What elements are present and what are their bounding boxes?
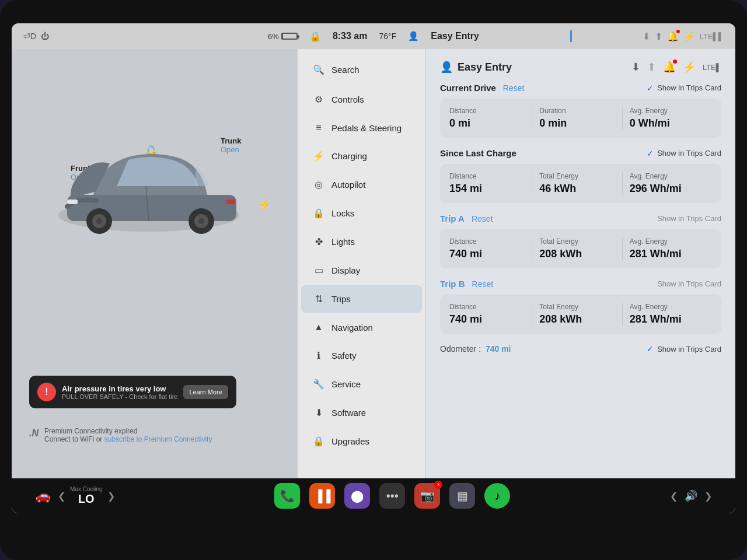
profile-name: Easy Entry [458, 61, 512, 74]
charge-icon: ⚡ [258, 198, 271, 211]
current-drive-energy: Avg. Energy 0 Wh/mi [623, 107, 712, 130]
phone-button[interactable]: 📞 [274, 483, 300, 509]
svg-rect-10 [226, 200, 235, 204]
header-upload-icon[interactable]: ⬆ [647, 61, 656, 74]
car-icon[interactable]: 🚗 [35, 488, 51, 503]
controls-icon: ⚙ [313, 94, 324, 105]
taskbar-left: 🚗 ❮ Max Cooling LO ❯ [35, 486, 115, 506]
duration-label: Duration [539, 107, 615, 115]
screen: ⏎D ⏻ 6% 🔒 8:33 am 76°F 👤 Easy Entry ⬇ [12, 23, 735, 513]
connectivity-text: Premium Connectivity expired Connect to … [44, 427, 212, 443]
trip-b-section: Trip B Reset Show in Trips Card Distance… [440, 279, 721, 334]
odometer-text: Odometer : 740 mi [440, 344, 511, 354]
alert-title: Air pressure in tires very low [62, 384, 177, 393]
trip-b-show-trips: Show in Trips Card [657, 279, 721, 288]
menu-item-controls[interactable]: ⚙ Controls [301, 86, 422, 113]
current-drive-card: Distance 0 mi Duration 0 min Avg. Energy… [440, 99, 721, 138]
trip-a-energy-value: 208 kWh [539, 248, 615, 260]
svg-point-5 [96, 218, 102, 224]
odometer-check: ✓ [647, 344, 654, 354]
menu-item-safety[interactable]: ℹ Safety [301, 342, 422, 369]
since-last-charge-header: Since Last Charge ✓ Show in Trips Card [440, 148, 721, 158]
learn-more-button[interactable]: Learn More [183, 385, 228, 399]
header-bell-icon[interactable]: 🔔 [663, 61, 676, 74]
trip-a-distance-value: 740 mi [449, 248, 525, 260]
status-center: 6% 🔒 8:33 am 76°F 👤 Easy Entry [268, 31, 479, 42]
menu-item-lights[interactable]: ✤ Lights [301, 228, 422, 256]
more-button[interactable]: ••• [379, 483, 405, 509]
header-bluetooth-icon[interactable]: ⚡ [683, 61, 696, 74]
current-drive-show-trips: ✓ Show in Trips Card [647, 83, 721, 93]
audio-button[interactable]: ▐▐ [309, 483, 335, 509]
menu-item-autopilot[interactable]: ◎ Autopilot [301, 171, 422, 198]
menu-item-pedals[interactable]: ≡ Pedals & Steering [301, 114, 422, 141]
display-icon: ▭ [313, 265, 324, 276]
trip-b-card: Distance 740 mi Total Energy 208 kWh Avg… [440, 295, 721, 334]
current-drive-duration: Duration 0 min [532, 107, 622, 130]
since-last-charge-show-label: Show in Trips Card [657, 149, 721, 158]
slc-avg-label: Avg. Energy [630, 172, 705, 180]
search-icon: 🔍 [313, 64, 324, 75]
taskbar-right: ❮ 🔊 ❯ [670, 489, 712, 502]
alert-text: Air pressure in tires very low PULL OVER… [62, 384, 177, 400]
temp-decrease-btn[interactable]: ❮ [58, 491, 65, 502]
slc-energy-label: Total Energy [539, 172, 615, 180]
trip-b-reset[interactable]: Reset [472, 279, 494, 289]
menu-item-locks[interactable]: 🔒 Locks [301, 200, 422, 227]
current-drive-check: ✓ [647, 83, 654, 93]
car-svg [47, 119, 257, 247]
files-button[interactable]: ▦ [449, 483, 475, 509]
car-visualization [47, 119, 257, 250]
current-drive-title: Current Drive [440, 83, 496, 93]
distance-label: Distance [449, 107, 525, 115]
svg-point-8 [198, 218, 204, 224]
connectivity-link[interactable]: subscribe to Premium Connectivity [104, 435, 212, 443]
connectivity-notice: .N Premium Connectivity expired Connect … [29, 427, 212, 443]
left-panel: Frunk Open Trunk Open 🔓 ⚡ [12, 49, 298, 478]
slc-avg-energy: Avg. Energy 296 Wh/mi [623, 172, 712, 195]
vol-prev-btn[interactable]: ❮ [670, 491, 678, 502]
menu-item-software[interactable]: ⬇ Software [301, 399, 422, 426]
autopilot-icon: ◎ [313, 179, 324, 190]
menu-item-service[interactable]: 🔧 Service [301, 370, 422, 398]
menu-item-upgrades[interactable]: 🔒 Upgrades [301, 428, 422, 455]
profile-title: 👤 Easy Entry [440, 61, 512, 74]
trip-a-reset[interactable]: Reset [472, 214, 493, 223]
dashcam-button[interactable]: 📷 × [414, 483, 440, 509]
current-drive-header: Current Drive Reset ✓ Show in Trips Card [440, 83, 721, 93]
spotify-button[interactable]: ♪ [484, 483, 510, 509]
connectivity-subtitle: Connect to WiFi or [44, 435, 102, 443]
temp-increase-btn[interactable]: ❯ [107, 491, 115, 502]
upload-icon: ⬆ [655, 31, 662, 42]
vol-next-btn[interactable]: ❯ [704, 491, 712, 502]
trip-b-show-label: Show in Trips Card [657, 279, 721, 288]
status-profile: Easy Entry [431, 31, 479, 41]
trip-b-energy-value: 208 kWh [539, 313, 615, 326]
header-download-icon[interactable]: ⬇ [631, 61, 640, 74]
upgrades-label: Upgrades [331, 436, 369, 446]
slc-energy: Total Energy 46 kWh [532, 172, 622, 195]
current-drive-reset[interactable]: Reset [503, 83, 525, 93]
connectivity-sub: Connect to WiFi or subscribe to Premium … [44, 435, 212, 443]
temp-sub-label: Max Cooling [70, 486, 103, 492]
distance-value: 0 mi [449, 117, 525, 130]
trip-b-avg-value: 281 Wh/mi [630, 313, 705, 326]
charging-label: Charging [331, 151, 367, 161]
temp-display: Max Cooling LO [70, 486, 103, 506]
current-drive-show-label: Show in Trips Card [657, 83, 721, 92]
menu-item-trips[interactable]: ⇅ Trips [301, 285, 422, 313]
since-last-charge-section: Since Last Charge ✓ Show in Trips Card D… [440, 148, 721, 203]
menu-item-navigation[interactable]: ▲ Navigation [301, 314, 422, 341]
trips-icon: ⇅ [313, 293, 324, 304]
profile-header: 👤 Easy Entry ⬇ ⬆ 🔔 ⚡ LTE▌ [440, 61, 721, 74]
slc-distance: Distance 154 mi [449, 172, 532, 195]
slc-distance-value: 154 mi [449, 183, 525, 195]
energy-value: 0 Wh/mi [630, 117, 705, 130]
lock-status-icon: 🔒 [309, 31, 321, 42]
bluetooth-icon: ⚡ [683, 31, 695, 42]
since-last-charge-card: Distance 154 mi Total Energy 46 kWh Avg.… [440, 164, 721, 203]
search-item[interactable]: 🔍 Search [301, 56, 422, 83]
camera-app-button[interactable]: ⬤ [344, 483, 370, 509]
menu-item-display[interactable]: ▭ Display [301, 257, 422, 284]
menu-item-charging[interactable]: ⚡ Charging [301, 142, 422, 170]
